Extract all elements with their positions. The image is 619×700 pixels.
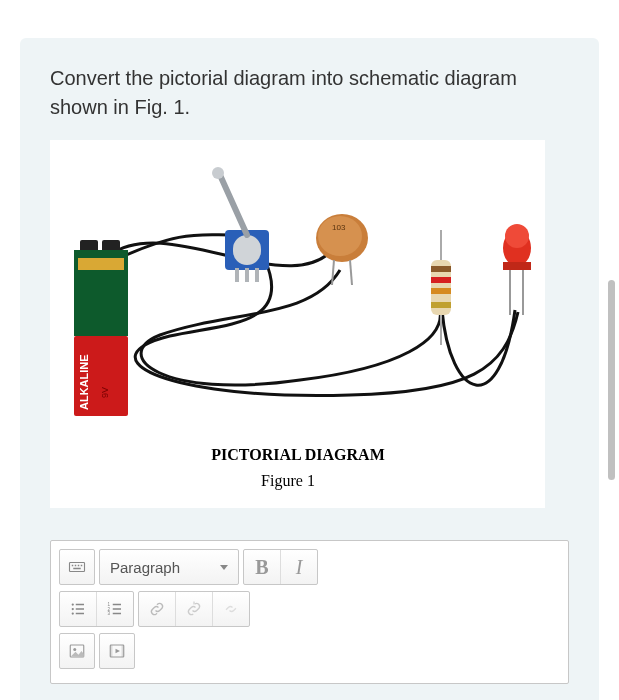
svg-rect-23: [431, 277, 451, 283]
toolbar-row-1: Paragraph B I: [59, 549, 560, 585]
bullet-list-icon: [69, 600, 87, 618]
unlink-icon: [185, 600, 203, 618]
svg-rect-24: [431, 288, 451, 294]
battery-icon: ALKALINE 9V: [74, 240, 128, 416]
svg-point-44: [72, 612, 74, 614]
question-card: Convert the pictorial diagram into schem…: [20, 38, 599, 700]
svg-text:ALKALINE: ALKALINE: [78, 354, 90, 410]
svg-rect-49: [113, 608, 121, 610]
svg-rect-36: [75, 565, 77, 567]
svg-point-54: [73, 648, 76, 651]
svg-point-16: [318, 216, 362, 256]
svg-rect-22: [431, 266, 451, 272]
svg-point-42: [72, 608, 74, 610]
insert-media-button[interactable]: [99, 633, 135, 669]
svg-text:PICTORIAL DIAGRAM: PICTORIAL DIAGRAM: [211, 446, 385, 463]
numbered-list-icon: 1 2 3: [106, 600, 124, 618]
format-select[interactable]: Paragraph: [99, 549, 239, 585]
svg-rect-25: [431, 302, 451, 308]
svg-rect-41: [76, 604, 84, 606]
rich-text-editor[interactable]: Paragraph B I: [50, 540, 569, 684]
unlink-button[interactable]: [176, 592, 212, 626]
list-group: 1 2 3: [59, 591, 134, 627]
numbered-list-button[interactable]: 1 2 3: [97, 592, 133, 626]
format-select-label: Paragraph: [110, 559, 180, 576]
svg-text:103: 103: [332, 223, 346, 232]
scrollbar-thumb[interactable]: [608, 280, 615, 480]
svg-rect-57: [122, 645, 124, 657]
svg-rect-12: [235, 268, 239, 282]
svg-rect-9: [233, 235, 261, 265]
toolbar-row-3: [59, 633, 560, 669]
svg-text:9V: 9V: [100, 387, 110, 398]
chevron-down-icon: [220, 565, 228, 570]
svg-text:3: 3: [108, 611, 111, 616]
insert-image-button[interactable]: [59, 633, 95, 669]
pictorial-figure: ALKALINE 9V 103: [50, 140, 545, 508]
svg-point-11: [212, 167, 224, 179]
svg-rect-34: [70, 563, 85, 572]
link-icon: [148, 600, 166, 618]
svg-rect-29: [503, 262, 531, 270]
svg-text:Figure 1: Figure 1: [261, 472, 315, 490]
svg-rect-13: [245, 268, 249, 282]
italic-button[interactable]: I: [281, 550, 317, 584]
svg-rect-14: [255, 268, 259, 282]
anchor-link-icon: [222, 600, 240, 618]
svg-rect-7: [78, 258, 124, 270]
question-text: Convert the pictorial diagram into schem…: [50, 64, 569, 122]
bold-button[interactable]: B: [244, 550, 280, 584]
svg-rect-38: [81, 565, 83, 567]
link-group: [138, 591, 250, 627]
anchor-button[interactable]: [213, 592, 249, 626]
svg-point-40: [72, 603, 74, 605]
keyboard-button[interactable]: [59, 549, 95, 585]
svg-rect-43: [76, 608, 84, 610]
image-icon: [68, 642, 86, 660]
link-button[interactable]: [139, 592, 175, 626]
svg-rect-45: [76, 613, 84, 615]
toolbar-row-2: 1 2 3: [59, 591, 560, 627]
film-icon: [108, 642, 126, 660]
text-style-group: B I: [243, 549, 318, 585]
svg-rect-37: [78, 565, 80, 567]
bullet-list-button[interactable]: [60, 592, 96, 626]
svg-rect-47: [113, 604, 121, 606]
svg-rect-35: [72, 565, 74, 567]
svg-rect-39: [73, 568, 81, 570]
keyboard-icon: [68, 558, 86, 576]
svg-point-28: [505, 224, 529, 248]
svg-rect-51: [113, 613, 121, 615]
svg-marker-58: [116, 649, 121, 654]
svg-rect-56: [110, 645, 112, 657]
